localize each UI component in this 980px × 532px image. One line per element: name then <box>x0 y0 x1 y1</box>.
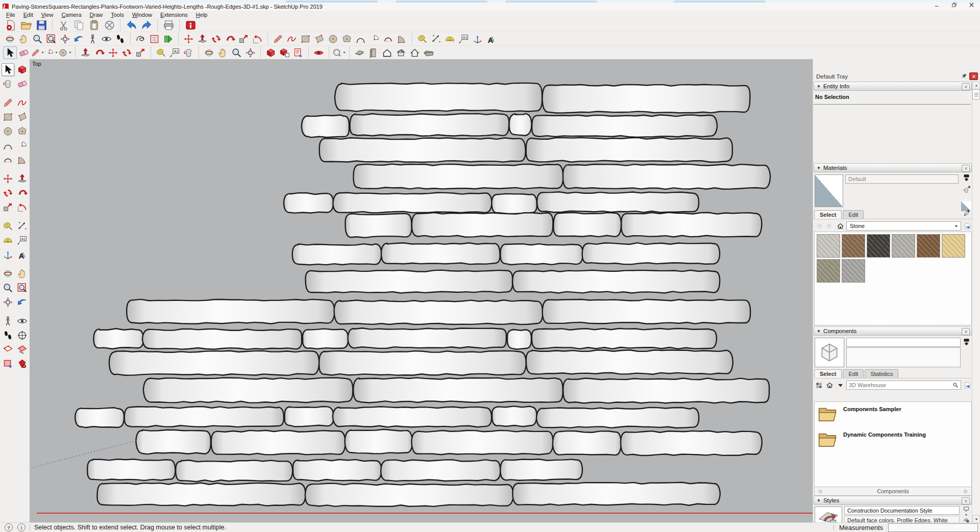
materials-tab-edit[interactable]: Edit <box>843 210 864 219</box>
push-pull-button[interactable] <box>16 172 29 185</box>
paving-stone[interactable] <box>306 270 513 293</box>
stone-sandstone-swatch[interactable] <box>942 234 965 258</box>
move-button[interactable] <box>182 33 195 45</box>
undo-button[interactable] <box>124 19 139 32</box>
paving-stone[interactable] <box>509 114 531 136</box>
paving-stone[interactable] <box>553 431 621 455</box>
axes-button[interactable] <box>471 33 484 45</box>
in-model-button[interactable] <box>836 221 845 231</box>
rotate-button[interactable] <box>120 46 134 59</box>
line-button[interactable] <box>31 46 44 59</box>
paving-stone[interactable] <box>293 460 382 481</box>
create-material-icon[interactable] <box>962 185 971 194</box>
components-header[interactable]: ▼ Components <box>814 326 972 336</box>
components-tab-statistics[interactable]: Statistics <box>865 369 898 378</box>
paving-stone[interactable] <box>563 378 769 403</box>
model-viewport[interactable]: Top <box>30 59 813 523</box>
paving-stone[interactable] <box>345 214 411 238</box>
paving-stone[interactable] <box>353 378 562 403</box>
paving-stone[interactable] <box>621 431 762 455</box>
menu-camera[interactable]: Camera <box>57 11 85 18</box>
paving-stone[interactable] <box>87 459 175 480</box>
copy-button[interactable] <box>71 19 86 32</box>
paving-stone[interactable] <box>127 299 335 324</box>
update-style-icon[interactable] <box>963 506 970 512</box>
page-back-icon[interactable] <box>817 488 823 495</box>
zoom-button[interactable] <box>31 33 44 45</box>
position-camera-button[interactable] <box>2 315 14 327</box>
paving-stone[interactable] <box>334 300 543 324</box>
menu-view[interactable]: View <box>37 11 58 18</box>
view-options-button[interactable] <box>814 381 823 390</box>
entity-info-header[interactable]: ▼ Entity Info <box>814 82 972 91</box>
eraser-button[interactable] <box>17 46 31 59</box>
material-name-field[interactable]: Default <box>845 174 959 184</box>
paving-stone[interactable] <box>75 408 124 427</box>
paving-stone[interactable] <box>526 350 733 374</box>
menu-tools[interactable]: Tools <box>107 11 128 18</box>
paving-stone[interactable] <box>492 406 537 426</box>
paving-stone[interactable] <box>333 193 492 213</box>
make-component-button[interactable] <box>264 46 278 59</box>
paving-stone[interactable] <box>333 407 492 427</box>
paving-stone[interactable] <box>500 459 582 480</box>
search-icon[interactable] <box>952 382 959 388</box>
paving-stone[interactable] <box>320 138 526 162</box>
details-button[interactable] <box>963 381 972 390</box>
entity-info-close-button[interactable] <box>962 83 970 90</box>
paving-stone[interactable] <box>125 407 284 427</box>
orbit-button[interactable] <box>202 46 216 59</box>
circle-button[interactable] <box>2 125 14 138</box>
paving-stone[interactable] <box>285 407 334 426</box>
select-button[interactable] <box>2 63 14 76</box>
zoom-window-button[interactable] <box>16 282 29 294</box>
paving-stone[interactable] <box>284 193 333 213</box>
paving-stone[interactable] <box>512 483 720 505</box>
stone-charcoal-swatch[interactable] <box>867 234 890 258</box>
sector-button[interactable] <box>16 154 29 166</box>
house-outline-button[interactable] <box>408 46 422 59</box>
paving-stones-drawing[interactable] <box>30 59 813 523</box>
paving-stone[interactable] <box>553 213 621 237</box>
house-button[interactable] <box>380 46 394 59</box>
back-button[interactable] <box>814 221 823 231</box>
walk-button[interactable] <box>2 329 14 342</box>
styles-close-button[interactable] <box>962 497 970 504</box>
in-model-button[interactable] <box>825 381 834 390</box>
materials-close-button[interactable] <box>962 165 970 172</box>
paving-stone[interactable] <box>543 299 751 324</box>
play-button[interactable] <box>161 33 175 45</box>
eraser-button[interactable] <box>16 78 29 90</box>
paving-stone[interactable] <box>353 164 563 189</box>
paving-stone[interactable] <box>302 115 349 138</box>
forward-button[interactable] <box>825 221 834 231</box>
paving-stone[interactable] <box>412 213 553 237</box>
book-button[interactable] <box>366 46 380 59</box>
protractor-button[interactable] <box>443 33 457 45</box>
section-sheet-button[interactable] <box>291 46 305 59</box>
pan-button[interactable] <box>16 267 29 280</box>
roof-button[interactable] <box>353 46 366 59</box>
orbit-button[interactable] <box>2 267 14 280</box>
materials-header[interactable]: ▼ Materials <box>814 163 972 172</box>
orbit-button[interactable] <box>3 33 17 45</box>
secondary-pane-icon[interactable] <box>962 173 971 182</box>
zoom-window-button[interactable] <box>44 33 58 45</box>
paving-stone[interactable] <box>345 429 413 454</box>
minimize-button[interactable] <box>930 1 943 9</box>
tape-measure-button[interactable] <box>154 46 168 59</box>
stone-brown-swatch[interactable] <box>842 234 865 258</box>
component-name-field[interactable] <box>846 338 961 347</box>
pan-button[interactable] <box>17 33 31 45</box>
arc-button[interactable] <box>354 33 368 45</box>
stone-medium-brown-swatch[interactable] <box>917 234 940 258</box>
scale-button[interactable] <box>134 46 148 59</box>
paint-bucket-button[interactable] <box>182 46 195 59</box>
components-tab-edit[interactable]: Edit <box>843 369 864 378</box>
pan-button[interactable] <box>216 46 230 59</box>
stone-rough-gray-swatch[interactable] <box>842 259 865 283</box>
paving-stone[interactable] <box>176 460 292 482</box>
menu-window[interactable]: Window <box>128 11 156 18</box>
help-info-icon[interactable]: i <box>17 523 26 531</box>
paving-stone[interactable] <box>381 243 500 264</box>
